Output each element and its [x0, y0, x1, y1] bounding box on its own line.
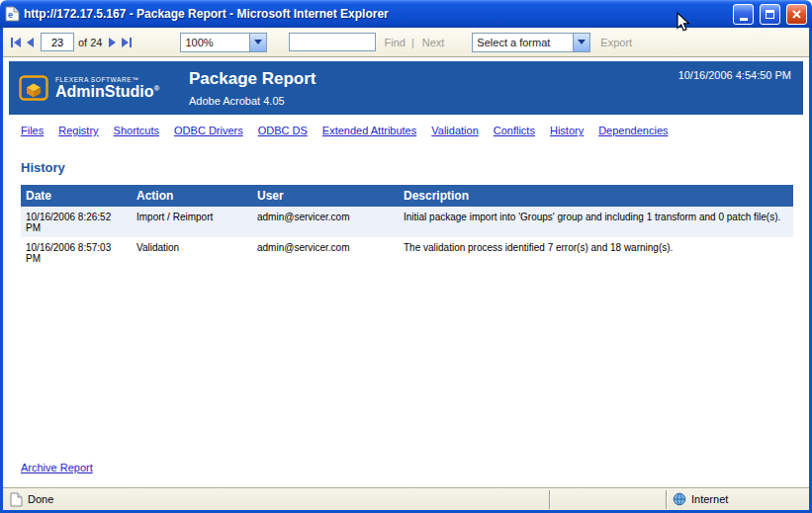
- status-pane-empty: [549, 490, 666, 509]
- package-name: Adobe Acrobat 4.05: [189, 95, 316, 107]
- cell-date: 10/16/2006 8:26:52 PM: [21, 207, 132, 237]
- export-link[interactable]: Export: [600, 37, 632, 48]
- nav-link-history[interactable]: History: [550, 125, 584, 136]
- table-row: 10/16/2006 8:26:52 PM Import / Reimport …: [21, 207, 793, 237]
- section-title: History: [21, 160, 803, 175]
- first-page-icon: [11, 38, 13, 47]
- next-page-button[interactable]: [106, 36, 119, 49]
- column-header-description: Description: [399, 185, 793, 207]
- cell-user: admin@servicer.com: [252, 207, 399, 237]
- column-header-date: Date: [21, 185, 132, 207]
- next-link[interactable]: Next: [422, 37, 445, 48]
- last-page-icon: [122, 38, 129, 47]
- nav-link-odbc-ds[interactable]: ODBC DS: [258, 125, 308, 136]
- history-table: Date Action User Description 10/16/2006 …: [21, 185, 793, 268]
- cell-action: Import / Reimport: [132, 207, 252, 237]
- previous-page-icon: [27, 38, 34, 47]
- security-zone-pane: Internet: [666, 490, 806, 509]
- close-button[interactable]: [786, 4, 807, 25]
- table-header-row: Date Action User Description: [21, 185, 793, 207]
- report-header-band: FLEXERA SOFTWARE™ AdminStudio® Package R…: [9, 61, 803, 115]
- report-timestamp: 10/16/2006 4:54:50 PM: [678, 69, 791, 81]
- zone-label: Internet: [691, 493, 728, 505]
- format-dropdown-button[interactable]: [573, 34, 589, 51]
- adminstudio-logo: FLEXERA SOFTWARE™ AdminStudio®: [19, 75, 175, 101]
- zoom-value: 100%: [181, 37, 249, 48]
- status-text: Done: [28, 493, 53, 505]
- brand-flexera-label: FLEXERA SOFTWARE™: [55, 76, 159, 83]
- format-value: Select a format: [473, 37, 573, 48]
- close-icon: [791, 9, 802, 20]
- zoom-select[interactable]: 100%: [180, 33, 267, 52]
- search-input[interactable]: [289, 33, 376, 51]
- status-bar: Done Internet: [3, 487, 809, 510]
- registered-mark: ®: [154, 83, 160, 92]
- nav-link-conflicts[interactable]: Conflicts: [494, 125, 535, 136]
- nav-link-shortcuts[interactable]: Shortcuts: [114, 125, 159, 136]
- previous-page-button[interactable]: [24, 36, 37, 49]
- find-next-separator: |: [411, 37, 414, 48]
- cell-description: The validation process identified 7 erro…: [399, 237, 793, 268]
- chevron-down-icon: [254, 40, 262, 44]
- window-title: http://172.17.5.167 - Package Report - M…: [24, 7, 727, 21]
- nav-link-odbc-drivers[interactable]: ODBC Drivers: [174, 125, 243, 136]
- minimize-button[interactable]: [733, 4, 754, 25]
- ie-page-icon: e: [5, 6, 20, 22]
- page-number-input[interactable]: [41, 33, 74, 51]
- maximize-icon: [766, 10, 774, 19]
- nav-link-dependencies[interactable]: Dependencies: [598, 125, 668, 136]
- nav-link-files[interactable]: Files: [21, 125, 44, 136]
- format-select[interactable]: Select a format: [472, 33, 590, 52]
- column-header-user: User: [252, 185, 399, 207]
- cell-date: 10/16/2006 8:57:03 PM: [21, 237, 132, 268]
- zoom-dropdown-button[interactable]: [249, 34, 266, 51]
- svg-text:e: e: [8, 10, 13, 20]
- chevron-down-icon: [578, 40, 586, 44]
- archive-report-link[interactable]: Archive Report: [21, 462, 93, 473]
- maximize-button[interactable]: [760, 4, 780, 25]
- last-page-button[interactable]: [119, 36, 135, 49]
- browser-window: e http://172.17.5.167 - Package Report -…: [0, 0, 812, 513]
- minimize-icon: [740, 18, 748, 21]
- page-title: Package Report: [189, 69, 316, 89]
- nav-link-extended-attributes[interactable]: Extended Attributes: [322, 125, 416, 136]
- cell-user: admin@servicer.com: [252, 237, 399, 268]
- brand-adminstudio-label: AdminStudio®: [55, 83, 159, 101]
- table-row: 10/16/2006 8:57:03 PM Validation admin@s…: [21, 237, 793, 268]
- report-content: FLEXERA SOFTWARE™ AdminStudio® Package R…: [3, 57, 809, 487]
- column-header-action: Action: [132, 185, 252, 207]
- nav-link-validation[interactable]: Validation: [431, 125, 479, 136]
- nav-link-registry[interactable]: Registry: [58, 125, 98, 136]
- first-page-button[interactable]: [8, 36, 24, 49]
- cell-description: Initial package import into 'Groups' gro…: [399, 207, 793, 237]
- internet-globe-icon: [673, 492, 686, 506]
- section-nav: Files Registry Shortcuts ODBC Drivers OD…: [9, 115, 803, 136]
- mouse-cursor: [677, 12, 690, 33]
- cell-action: Validation: [132, 237, 252, 268]
- page-count-label: of 24: [78, 37, 102, 48]
- next-page-icon: [109, 38, 116, 47]
- find-link[interactable]: Find: [384, 37, 405, 48]
- flexera-box-icon: [19, 75, 48, 101]
- document-status-icon: [10, 492, 23, 507]
